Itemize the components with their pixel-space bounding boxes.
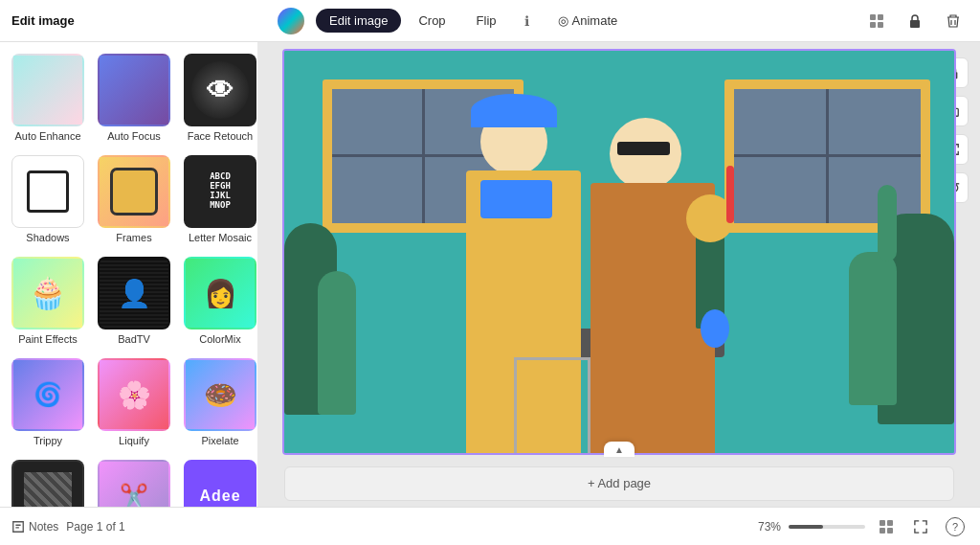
filter-paint-effects[interactable]: 🧁 Paint Effects <box>8 253 88 349</box>
filter-face-retouch[interactable]: 👁 Face Retouch <box>180 50 258 146</box>
grid-icon <box>870 14 883 28</box>
edit-image-title: Edit image <box>11 13 75 28</box>
filter-thumb-pixelate: 🍩 <box>184 358 256 431</box>
canvas-area: ↺ ··· <box>258 42 980 507</box>
filter-pixelate[interactable]: 🍩 Pixelate <box>180 354 258 450</box>
chevron-up-icon: ▲ <box>614 444 624 455</box>
tab-edit-image[interactable]: Edit image <box>316 9 401 33</box>
animate-label: Animate <box>572 13 618 28</box>
info-button[interactable]: ℹ <box>514 8 541 34</box>
help-icon: ? <box>946 517 965 536</box>
zoom-percent: 73% <box>758 520 781 534</box>
zoom-slider[interactable] <box>789 525 865 529</box>
trash-icon <box>946 13 961 29</box>
filter-colormix[interactable]: 👩 ColorMix <box>180 253 258 349</box>
filter-thumb-screen <box>11 460 84 507</box>
filter-thumb-colormix: 👩 <box>184 257 256 329</box>
collapse-btn[interactable]: ▲ <box>604 442 635 457</box>
filter-label-badtv: BadTV <box>118 333 150 345</box>
animate-icon: ◎ <box>558 13 568 28</box>
filter-label-face-retouch: Face Retouch <box>188 130 253 142</box>
lock-icon <box>907 13 923 29</box>
filter-auto-enhance[interactable]: Auto Enhance <box>8 50 88 146</box>
filter-auto-focus[interactable]: Auto Focus <box>94 50 174 146</box>
tab-animate[interactable]: ◎ Animate <box>545 9 632 33</box>
hanging-plant <box>878 185 897 261</box>
filter-thumb-slice: ✂️ <box>98 460 170 507</box>
frame-box-icon <box>113 170 155 213</box>
filter-thumb-auto-enhance <box>11 54 84 126</box>
top-bar-tabs: Edit image Crop Flip ℹ ◎ Animate <box>278 8 854 34</box>
filter-label-auto-enhance: Auto Enhance <box>14 130 80 142</box>
filter-thumb-shadows <box>11 155 84 228</box>
filter-label-shadows: Shadows <box>26 232 69 243</box>
filter-thumb-trippy: 🌀 <box>11 358 84 431</box>
filter-thumb-auto-focus <box>98 54 170 126</box>
filter-vision-simulator[interactable]: Adee Vision Simulator <box>180 456 258 507</box>
notes-icon <box>11 520 25 534</box>
help-btn[interactable]: ? <box>942 513 969 540</box>
zoom-slider-fill <box>789 525 823 529</box>
filter-thumb-paint-effects: 🧁 <box>11 257 84 329</box>
bottom-bar: Notes Page 1 of 1 73% ? <box>0 507 980 545</box>
filter-shadows[interactable]: Shadows <box>8 151 88 247</box>
filter-label-trippy: Trippy <box>33 435 62 446</box>
fullscreen-btn[interactable] <box>907 513 934 540</box>
notes-button[interactable]: Notes <box>11 520 58 534</box>
filter-label-frames: Frames <box>116 232 151 243</box>
top-bar-right <box>861 6 969 36</box>
grid-view-btn[interactable] <box>873 513 900 540</box>
top-bar: Edit image Edit image Crop Flip ℹ ◎ Anim… <box>0 0 980 42</box>
filter-liquify[interactable]: 🌸 Liquify <box>94 354 174 450</box>
filter-thumb-liquify: 🌸 <box>98 358 170 431</box>
main-area: Auto Enhance Auto Focus 👁 Face Retouch S… <box>0 42 980 507</box>
tab-crop[interactable]: Crop <box>405 9 458 33</box>
filter-thumb-badtv: 👤 <box>98 257 170 329</box>
person-left <box>466 108 581 453</box>
add-page-bar[interactable]: + Add page <box>284 466 954 501</box>
filter-label-liquify: Liquify <box>119 435 149 446</box>
filter-label-auto-focus: Auto Focus <box>107 130 161 142</box>
canva-logo <box>278 8 304 34</box>
filter-thumb-face-retouch: 👁 <box>184 54 256 126</box>
filter-thumb-frames <box>98 155 170 228</box>
filter-trippy[interactable]: 🌀 Trippy <box>8 354 88 450</box>
grid-icon <box>880 520 893 534</box>
filter-label-pixelate: Pixelate <box>201 435 238 446</box>
plant-left-2 <box>318 271 356 415</box>
add-page-label: + Add page <box>588 476 651 490</box>
person-right <box>590 118 715 453</box>
grid-icon-btn[interactable] <box>861 6 892 36</box>
filter-screen[interactable]: Screen <box>8 456 88 507</box>
filter-grid: Auto Enhance Auto Focus 👁 Face Retouch S… <box>8 50 250 507</box>
red-element <box>726 166 734 223</box>
sidebar: Auto Enhance Auto Focus 👁 Face Retouch S… <box>0 42 258 507</box>
tab-flip[interactable]: Flip <box>463 9 510 33</box>
canvas-image <box>284 51 954 453</box>
plant-right-2 <box>849 252 897 405</box>
bottom-bar-right: 73% ? <box>758 513 969 540</box>
filter-label-colormix: ColorMix <box>199 333 240 345</box>
filter-label-paint-effects: Paint Effects <box>18 333 78 345</box>
filter-letter-mosaic[interactable]: ABCDEFGHIJKLMNOP Letter Mosaic <box>180 151 258 247</box>
filter-thumb-vision-simulator: Adee <box>184 460 256 507</box>
trash-icon-btn[interactable] <box>938 6 969 36</box>
bottom-bar-left: Notes Page 1 of 1 <box>11 520 125 534</box>
fullscreen-icon <box>914 520 927 534</box>
window-right-frame <box>724 79 930 233</box>
filter-frames[interactable]: Frames <box>94 151 174 247</box>
filter-badtv[interactable]: 👤 BadTV <box>94 253 174 349</box>
filter-thumb-letter-mosaic: ABCDEFGHIJKLMNOP <box>184 155 256 228</box>
vision-sim-text: Adee <box>199 488 240 505</box>
lock-icon-btn[interactable] <box>900 6 930 36</box>
filter-slice[interactable]: ✂️ Slice <box>94 456 174 507</box>
svg-rect-1 <box>910 20 920 28</box>
shadow-box-icon <box>27 170 69 213</box>
filter-label-letter-mosaic: Letter Mosaic <box>189 232 252 243</box>
top-bar-left: Edit image <box>11 13 270 28</box>
notes-label: Notes <box>29 520 58 534</box>
page-info: Page 1 of 1 <box>66 520 124 534</box>
svg-point-0 <box>283 13 299 29</box>
canvas-wrapper: ··· <box>282 49 956 455</box>
